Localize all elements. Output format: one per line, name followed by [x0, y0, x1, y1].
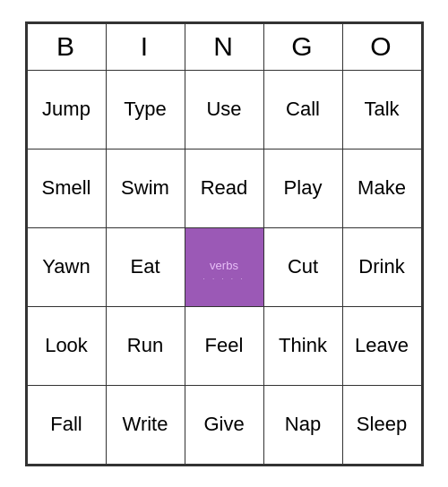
- cell-1-1[interactable]: Swim: [106, 149, 185, 227]
- cell-2-2-center[interactable]: verbs · · · · ·: [185, 227, 263, 306]
- cell-3-1[interactable]: Run: [106, 306, 185, 385]
- center-dots: · · · · ·: [185, 275, 263, 283]
- cell-0-3[interactable]: Call: [263, 70, 342, 149]
- bingo-card: B I N G O Jump Type Use Call Talk Smell …: [25, 21, 424, 466]
- cell-2-0[interactable]: Yawn: [27, 227, 106, 306]
- cell-0-4[interactable]: Talk: [342, 70, 421, 149]
- cell-4-4[interactable]: Sleep: [342, 385, 421, 464]
- cell-3-0[interactable]: Look: [27, 306, 106, 385]
- table-row: Smell Swim Read Play Make: [27, 149, 421, 227]
- cell-0-0[interactable]: Jump: [27, 70, 106, 149]
- cell-2-4[interactable]: Drink: [342, 227, 421, 306]
- cell-1-4[interactable]: Make: [342, 149, 421, 227]
- cell-3-4[interactable]: Leave: [342, 306, 421, 385]
- table-row: Yawn Eat verbs · · · · · Cut Drink: [27, 227, 421, 306]
- cell-3-2[interactable]: Feel: [185, 306, 263, 385]
- table-row: Fall Write Give Nap Sleep: [27, 385, 421, 464]
- table-row: Jump Type Use Call Talk: [27, 70, 421, 149]
- cell-1-3[interactable]: Play: [263, 149, 342, 227]
- center-label: verbs: [210, 259, 238, 272]
- cell-2-3[interactable]: Cut: [263, 227, 342, 306]
- bingo-table: B I N G O Jump Type Use Call Talk Smell …: [27, 23, 422, 465]
- cell-0-2[interactable]: Use: [185, 70, 263, 149]
- table-row: Look Run Feel Think Leave: [27, 306, 421, 385]
- cell-4-0[interactable]: Fall: [27, 385, 106, 464]
- cell-4-2[interactable]: Give: [185, 385, 263, 464]
- cell-1-0[interactable]: Smell: [27, 149, 106, 227]
- cell-1-2[interactable]: Read: [185, 149, 263, 227]
- header-O: O: [342, 23, 421, 70]
- cell-4-3[interactable]: Nap: [263, 385, 342, 464]
- header-I: I: [106, 23, 185, 70]
- cell-3-3[interactable]: Think: [263, 306, 342, 385]
- header-row: B I N G O: [27, 23, 421, 70]
- header-G: G: [263, 23, 342, 70]
- cell-2-1[interactable]: Eat: [106, 227, 185, 306]
- header-N: N: [185, 23, 263, 70]
- header-B: B: [27, 23, 106, 70]
- cell-4-1[interactable]: Write: [106, 385, 185, 464]
- cell-0-1[interactable]: Type: [106, 70, 185, 149]
